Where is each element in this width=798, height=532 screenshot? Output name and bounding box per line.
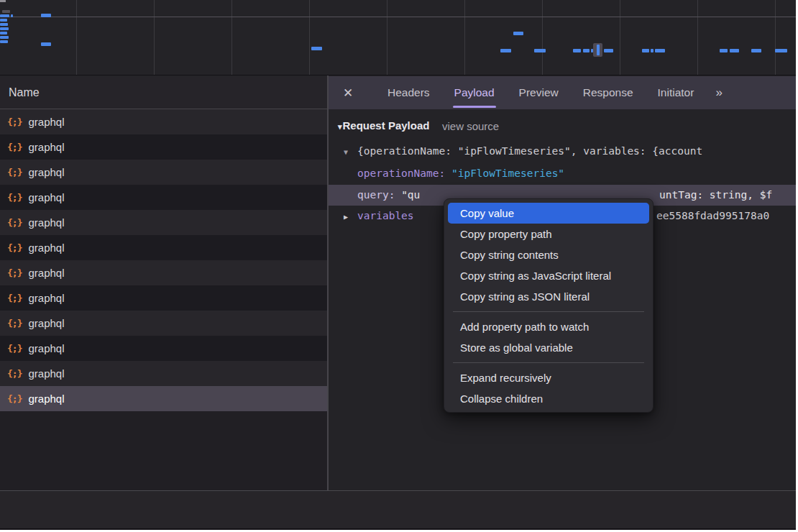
timeline-gridline: [309, 0, 310, 75]
request-timing-bar: [655, 49, 665, 52]
timeline-horizontal-gridline: [0, 17, 796, 17]
timeline-gridline: [154, 0, 155, 75]
network-request-row[interactable]: {;}graphql: [0, 336, 327, 361]
network-request-row[interactable]: {;}graphql: [0, 311, 327, 336]
json-braces-icon: {;}: [7, 167, 22, 178]
request-timing-bar: [0, 27, 9, 30]
root-object-preview: {operationName: "ipFlowTimeseries", vari…: [357, 141, 702, 162]
network-overview-timeline[interactable]: [0, 0, 796, 75]
request-payload-section-header[interactable]: ▾Request Payload: [338, 119, 429, 132]
context-menu-item-collapse-children[interactable]: Collapse children: [448, 388, 649, 409]
request-timing-bar: [751, 49, 761, 52]
property-value-end: ee5588fdad995178a0: [656, 206, 769, 226]
timeline-gridline: [387, 0, 387, 75]
request-timing-bar: [2, 10, 10, 13]
request-timing-bar: [0, 32, 7, 35]
close-icon[interactable]: ✕: [343, 86, 363, 101]
request-timing-bar: [651, 49, 653, 52]
context-menu: Copy valueCopy property pathCopy string …: [444, 198, 653, 413]
context-menu-item-copy-value[interactable]: Copy value: [448, 203, 649, 224]
network-request-row[interactable]: {;}graphql: [0, 361, 327, 386]
request-timing-bar: [604, 49, 613, 52]
json-braces-icon: {;}: [7, 318, 22, 329]
json-braces-icon: {;}: [7, 217, 22, 228]
footer-empty-area: [0, 491, 796, 528]
network-request-row[interactable]: {;}graphql: [0, 109, 327, 134]
timeline-gridline: [231, 0, 232, 75]
more-tabs-icon[interactable]: »: [715, 86, 720, 100]
timeline-gridline: [542, 0, 543, 75]
network-request-row[interactable]: {;}graphql: [0, 134, 327, 160]
request-timing-bar: [583, 49, 590, 52]
request-name-label: graphql: [28, 393, 64, 405]
request-timing-bar: [0, 40, 8, 43]
json-braces-icon: {;}: [7, 343, 22, 354]
request-name-label: graphql: [28, 116, 64, 128]
context-menu-item-store-as-global-variable[interactable]: Store as global variable: [448, 337, 649, 358]
payload-root-row[interactable]: ▼ {operationName: "ipFlowTimeseries", va…: [329, 141, 796, 162]
context-menu-item-copy-string-as-javascript-literal[interactable]: Copy string as JavaScript literal: [448, 265, 649, 286]
json-braces-icon: {;}: [7, 242, 22, 253]
overview-selection-marker: [597, 45, 600, 55]
context-menu-item-copy-string-contents[interactable]: Copy string contents: [448, 244, 649, 265]
context-menu-item-add-property-path-to-watch[interactable]: Add property path to watch: [448, 316, 649, 337]
network-request-row[interactable]: {;}graphql: [0, 160, 327, 185]
detail-tabs: HeadersPayloadPreviewResponseInitiator: [363, 76, 694, 109]
network-rows: {;}graphql{;}graphql{;}graphql{;}graphql…: [0, 109, 327, 411]
json-braces-icon: {;}: [7, 142, 22, 152]
expand-triangle-icon[interactable]: ▼: [344, 142, 348, 162]
request-timing-bar: [0, 14, 9, 17]
request-name-label: graphql: [28, 342, 64, 354]
timeline-gridline: [464, 0, 465, 75]
screenshot-root: Name {;}graphql{;}graphql{;}graphql{;}gr…: [0, 0, 798, 532]
json-braces-icon: {;}: [7, 116, 22, 127]
request-timing-bar: [11, 14, 13, 17]
network-request-row[interactable]: {;}graphql: [0, 210, 327, 235]
network-request-row[interactable]: {;}graphql: [0, 235, 327, 260]
timeline-gridline: [620, 0, 620, 75]
context-menu-item-copy-string-as-json-literal[interactable]: Copy string as JSON literal: [448, 286, 649, 307]
section-title: Request Payload: [343, 119, 430, 132]
payload-row-operationName[interactable]: operationName: "ipFlowTimeseries": [329, 163, 796, 184]
detail-tab-bar: ✕ HeadersPayloadPreviewResponseInitiator…: [329, 76, 796, 109]
view-source-link[interactable]: view source: [442, 120, 499, 132]
request-timing-bar: [573, 49, 581, 52]
tab-payload[interactable]: Payload: [454, 76, 495, 109]
request-timing-bar: [311, 47, 322, 50]
request-timing-bar: [730, 49, 739, 52]
network-request-row[interactable]: {;}graphql: [0, 185, 327, 210]
request-timing-bar: [0, 36, 9, 39]
menu-separator: [453, 362, 644, 363]
network-request-row[interactable]: {;}graphql: [0, 260, 327, 285]
tab-headers[interactable]: Headers: [387, 76, 430, 109]
tab-initiator[interactable]: Initiator: [658, 76, 694, 109]
request-timing-bar: [41, 14, 51, 17]
request-name-label: graphql: [28, 216, 64, 229]
request-timing-bar: [775, 49, 787, 52]
context-menu-item-expand-recursively[interactable]: Expand recursively: [448, 367, 649, 388]
collapsed-triangle-icon[interactable]: ▶: [344, 206, 348, 226]
request-name-label: graphql: [28, 166, 64, 178]
request-timing-bar: [642, 49, 649, 52]
request-name-label: graphql: [28, 367, 64, 380]
json-braces-icon: {;}: [7, 267, 22, 278]
request-name-label: graphql: [28, 267, 64, 279]
network-request-row[interactable]: {;}graphql: [0, 386, 327, 411]
request-name-label: graphql: [28, 317, 64, 329]
tab-response[interactable]: Response: [583, 76, 633, 109]
context-menu-item-copy-property-path[interactable]: Copy property path: [448, 224, 649, 244]
property-value: "ipFlowTimeseries": [451, 168, 564, 179]
network-request-row[interactable]: {;}graphql: [0, 285, 327, 311]
request-name-label: graphql: [28, 191, 64, 203]
disclosure-triangle-icon: ▾: [338, 122, 342, 131]
request-name-label: graphql: [28, 141, 64, 153]
network-request-list: Name {;}graphql{;}graphql{;}graphql{;}gr…: [0, 76, 327, 490]
devtools-window: Name {;}graphql{;}graphql{;}graphql{;}gr…: [0, 0, 796, 530]
tab-preview[interactable]: Preview: [519, 76, 559, 109]
request-name-label: graphql: [28, 292, 64, 304]
timeline-gridline: [697, 0, 698, 75]
bottom-edge: [0, 528, 796, 530]
timeline-gridline: [775, 0, 776, 75]
request-timing-bar: [41, 42, 51, 46]
column-header-name[interactable]: Name: [0, 76, 327, 109]
